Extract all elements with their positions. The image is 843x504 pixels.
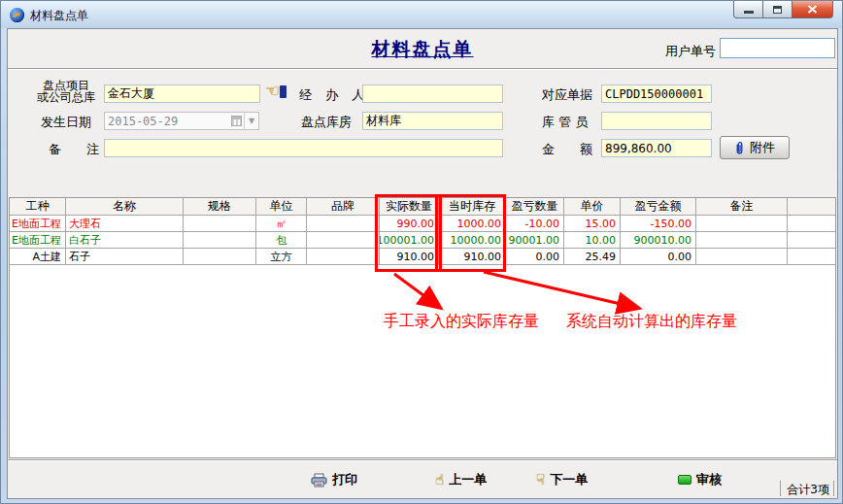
minimize-icon <box>744 11 754 14</box>
close-button[interactable] <box>792 1 833 18</box>
user-no-input[interactable] <box>720 38 835 58</box>
date-picker[interactable]: 2015-05-29 ▼ <box>104 112 259 130</box>
cell-brand[interactable] <box>307 249 380 264</box>
cell-remark[interactable] <box>696 216 788 231</box>
project-lookup-button[interactable]: ☜ <box>265 83 287 100</box>
col-header: 单位 <box>256 198 307 215</box>
date-value: 2015-05-29 <box>105 115 231 128</box>
chevron-down-icon: ▼ <box>249 117 254 125</box>
window-controls <box>733 1 833 18</box>
date-dropdown-button[interactable]: ▼ <box>244 113 258 129</box>
print-button[interactable]: 打印 <box>311 471 357 488</box>
book-icon <box>280 85 287 98</box>
cell-name[interactable]: 石子 <box>66 249 184 264</box>
cell-price[interactable]: 25.49 <box>564 249 621 264</box>
titlebar[interactable]: 材料盘点单 <box>1 1 842 28</box>
hand-left-icon: ☜ <box>265 81 280 100</box>
amount-input[interactable] <box>601 139 712 157</box>
cell-brand[interactable] <box>307 232 380 248</box>
doc-label: 对应单据 <box>542 86 592 104</box>
cell-name[interactable]: 白石子 <box>66 232 184 248</box>
app-logo-icon <box>10 8 24 22</box>
annotation-right-note: 系统自动计算出的库存量 <box>566 312 737 332</box>
annotation-left-note: 手工录入的实际库存量 <box>384 312 539 332</box>
col-header: 单价 <box>564 198 621 215</box>
project-label: 盘点项目 或公司总库 <box>29 80 103 103</box>
cell-brand[interactable] <box>307 216 380 231</box>
paperclip-icon <box>734 141 745 155</box>
date-label: 发生日期 <box>41 114 91 131</box>
col-header: 盈亏数量 <box>506 198 564 215</box>
cell-diff-qty[interactable]: -10.00 <box>506 216 564 231</box>
col-header: 盈亏金额 <box>621 198 696 215</box>
cell-diff-amount[interactable]: 0.00 <box>621 249 696 264</box>
col-header: 备注 <box>696 198 788 215</box>
cell-unit[interactable]: 包 <box>256 232 307 248</box>
highlight-box-system-stock <box>435 194 506 272</box>
cell-worktype[interactable]: A土建 <box>10 249 66 264</box>
col-header: 品牌 <box>307 198 380 215</box>
cell-spec[interactable] <box>184 216 256 231</box>
cell-unit[interactable]: ㎡ <box>256 216 307 231</box>
audit-button[interactable]: 审核 <box>678 471 722 488</box>
hand-down-icon: ☟ <box>536 471 545 488</box>
highlight-box-actual-qty <box>375 194 442 272</box>
doc-no-input[interactable] <box>601 84 712 103</box>
cell-remark[interactable] <box>696 249 788 264</box>
next-label: 下一单 <box>550 471 588 488</box>
operator-label: 经 办 人 <box>299 86 369 104</box>
operator-input[interactable] <box>362 84 503 103</box>
warehouse-input[interactable] <box>362 112 503 130</box>
total-count: 合计3项 <box>780 481 834 496</box>
attachment-button[interactable]: 附件 <box>720 136 790 159</box>
cell-spec[interactable] <box>184 232 256 248</box>
cell-spec[interactable] <box>184 249 256 264</box>
col-header: 工种 <box>10 198 66 215</box>
calendar-icon <box>231 116 242 126</box>
project-input[interactable] <box>104 84 260 103</box>
cell-worktype[interactable]: E地面工程 <box>10 232 66 248</box>
attachment-label: 附件 <box>750 139 775 156</box>
cell-diff-qty[interactable]: 90001.00 <box>506 232 564 248</box>
cell-price[interactable]: 15.00 <box>564 216 621 231</box>
remark-label: 备 注 <box>49 141 99 158</box>
footer-bar: 打印 ☝ 上一单 ☟ 下一单 审核 合计3项 <box>8 461 837 498</box>
col-header: 规格 <box>184 198 256 215</box>
content-panel: 材料盘点单 用户单号 盘点项目 或公司总库 ☜ 经 办 人 对应单据 发生日期 … <box>7 28 838 499</box>
cell-diff-amount[interactable]: -150.00 <box>621 216 696 231</box>
next-doc-button[interactable]: ☟ 下一单 <box>536 471 588 488</box>
window-title: 材料盘点单 <box>30 8 88 24</box>
cell-name[interactable]: 大理石 <box>66 216 184 231</box>
printer-icon <box>311 473 327 487</box>
col-header: 名称 <box>66 198 184 215</box>
cell-filler <box>788 232 835 248</box>
maximize-icon <box>773 6 782 14</box>
previous-doc-button[interactable]: ☝ 上一单 <box>435 471 487 488</box>
maximize-button[interactable] <box>763 1 792 18</box>
remark-input[interactable] <box>104 139 503 157</box>
cell-unit[interactable]: 立方 <box>256 249 307 264</box>
minimize-button[interactable] <box>733 1 763 18</box>
cell-diff-amount[interactable]: 900010.00 <box>621 232 696 248</box>
amount-label: 金 额 <box>542 141 592 158</box>
audit-status-icon <box>678 475 691 485</box>
cell-filler <box>788 216 835 231</box>
print-label: 打印 <box>332 471 357 488</box>
cell-price[interactable]: 10.00 <box>564 232 621 248</box>
user-no-label: 用户单号 <box>665 43 716 60</box>
cell-remark[interactable] <box>696 232 788 248</box>
hand-up-icon: ☝ <box>435 471 444 488</box>
close-icon <box>807 5 818 14</box>
warehouse-label: 盘点库房 <box>301 114 352 131</box>
previous-label: 上一单 <box>449 471 487 488</box>
keeper-label: 库 管 员 <box>542 114 588 131</box>
keeper-input[interactable] <box>601 112 712 130</box>
cell-diff-qty[interactable]: 0.00 <box>506 249 564 264</box>
app-window: 材料盘点单 材料盘点单 用户单号 盘点项目 或公司总库 ☜ 经 办 人 对应单据 <box>0 0 843 504</box>
header-separator <box>8 68 837 70</box>
audit-label: 审核 <box>696 471 722 488</box>
cell-worktype[interactable]: E地面工程 <box>10 216 66 231</box>
col-header-filler <box>788 198 835 215</box>
cell-filler <box>788 249 835 264</box>
